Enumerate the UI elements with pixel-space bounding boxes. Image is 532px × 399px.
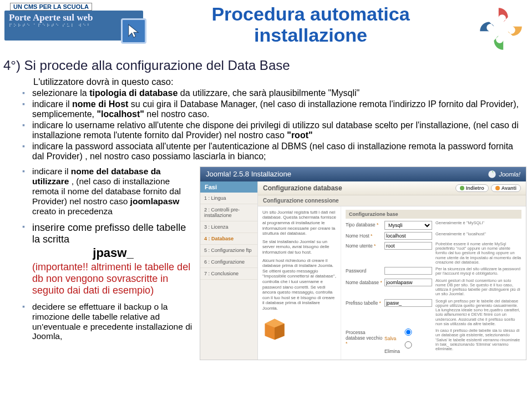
braille-decoration: ⠏⠕⠗⠞⠑ ⠁⠏⠑⠗⠞⠑ ⠎⠥⠇ ⠺⠑⠃ [9,23,139,28]
password-input[interactable] [384,267,432,275]
prefix-value: jpasw_ [32,245,194,261]
field-hint: Generalmente è "localhost" [432,232,521,236]
page-title: Procedura automaticainstallazione [166,3,455,46]
radio-elimina-input[interactable] [384,341,432,349]
steps-header: Fasi [200,181,257,193]
bullet-item: selezionare la tipologia di database da … [19,88,526,99]
field-hint: Scegli un prefisso per le tabelle del da… [432,299,521,327]
bullet-item: indicare lo username relativo all'utente… [19,120,526,141]
prefisso-tabelle-input[interactable] [384,299,432,307]
content-area: L'utilizzatore dovrà in questo caso: sel… [0,77,532,360]
nome-utente-input[interactable] [384,242,432,250]
cms-brand-title: Porte Aperte sul web [9,12,139,23]
bullet-item: decidere se effettuare il backup o la ri… [19,302,194,342]
process-old-db-radios: Salva Elimina [384,329,432,354]
installer-main: Configurazione database Indietro Avanti … [258,181,526,360]
step-item[interactable]: 3 : Licenza [200,221,257,233]
step-item[interactable]: 7 : Conclusione [200,268,257,280]
left-column: indicare il nome del database da utilizz… [16,166,200,360]
joomla-logo-icon [478,6,524,52]
process-hint: In caso il prefisso delle tabelle sia lo… [432,329,521,351]
form-row: Nome database *Alcuni gestori di host co… [346,279,521,297]
database-box-icon [262,316,287,341]
radio-salva[interactable]: Salva [384,329,434,341]
lower-section: indicare il nome del database da utilizz… [16,166,526,360]
steps-sidebar: Fasi 1 : Lingua2 : Controlli pre-install… [200,181,258,360]
bullet-item: indicare il nome del database da utilizz… [19,166,194,216]
form-row: Tipo database *MysqliGeneralmente è "MyS… [346,221,521,230]
intro-text: L'utilizzatore dovrà in questo caso: [33,77,526,87]
joomla-brand-mini: Joomla! [488,170,520,179]
form-row: Prefisso tabelle *Scegli un prefisso per… [346,299,521,327]
field-label: Password [346,267,384,274]
installer-title: Joomla! 2.5.8 Installazione [206,170,291,178]
bullet-item: indicare la password associata all'utent… [19,142,526,162]
form-row: Nome utente *Potrebbe essere il nome ute… [346,242,521,265]
main-panel-header: Configurazione database Indietro Avanti [258,181,526,195]
installer-header: Joomla! 2.5.8 Installazione Joomla! [200,167,526,181]
cms-tagline: UN CMS PER LA SCUOLA [10,3,92,11]
base-config-header: Configurazione base [346,210,521,219]
form-row: PasswordPer la sicurezza del sito utiliz… [346,267,521,276]
cms-logo: UN CMS PER LA SCUOLA Porte Aperte sul we… [4,1,143,41]
field-hint: Alcuni gestori di host consentono un sol… [432,279,521,297]
process-old-db-label: Processa database vecchio * [346,329,384,346]
joomla-installer-screenshot: Joomla! 2.5.8 Installazione Joomla! Fasi… [200,166,526,360]
header-banner: UN CMS PER LA SCUOLA Porte Aperte sul we… [0,0,532,55]
step-item[interactable]: 6 : Configurazione [200,256,257,268]
form-column: Configurazione base Tipo database *Mysql… [341,206,526,360]
back-icon [460,186,464,190]
next-icon [495,186,500,190]
field-label: Nome utente * [346,242,384,249]
next-button[interactable]: Avanti [491,184,521,192]
cursor-icon [121,18,146,44]
step-item[interactable]: 4 : Database [200,233,257,245]
field-hint: Per la sicurezza del sito utilizzare la … [432,267,521,276]
bullet-item: indicare il nome di Host su cui gira il … [19,99,526,120]
nome-database-input[interactable] [384,279,432,286]
step-item[interactable]: 2 : Controlli pre-installazione [200,204,257,221]
radio-salva-input[interactable] [384,329,432,336]
section-heading: 4°) Si procede alla configurazione del D… [3,58,532,73]
field-label: Nome Host * [346,232,384,239]
field-label: Tipo database * [346,221,384,228]
step-item[interactable]: 5 : Configurazione ftp [200,245,257,256]
form-row: Nome Host *Generalmente è "localhost" [346,232,521,240]
info-column: Un sito Joomla! registra tutti i dati ne… [258,206,341,360]
tipo-database-input[interactable]: Mysqli [384,221,432,230]
cms-brand-band: Porte Aperte sul web ⠏⠕⠗⠞⠑ ⠁⠏⠑⠗⠞⠑ ⠎⠥⠇ ⠺⠑… [4,11,143,41]
top-bullet-list: selezionare la tipologia di database da … [19,88,526,162]
connection-config-header: Configurazione connessione [258,195,526,206]
field-label: Nome database * [346,279,384,285]
field-hint: Potrebbe essere il nome utente MySql pre… [432,242,521,265]
field-hint: Generalmente è "MySQLi" [432,221,521,225]
back-button[interactable]: Indietro [455,184,489,192]
step-item[interactable]: 1 : Lingua [200,193,257,204]
important-note: (importante!! altrimenti le tabelle del … [32,261,190,296]
bullet-prefix: inserire come prefisso delle tabelle la … [19,222,194,296]
radio-elimina[interactable]: Elimina [384,342,434,354]
nome-host-input[interactable] [384,232,432,240]
field-label: Prefisso tabelle * [346,299,384,306]
